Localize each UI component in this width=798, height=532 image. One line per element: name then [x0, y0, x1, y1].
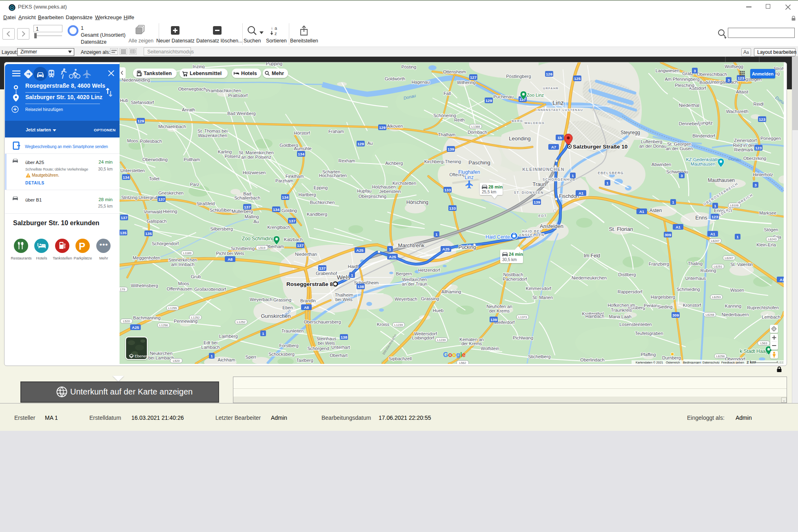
svg-text:Haid Center: Haid Center: [485, 234, 512, 240]
svg-text:Aumühle: Aumühle: [294, 146, 311, 151]
svg-text:25,5 km: 25,5 km: [482, 190, 497, 194]
svg-text:der Krems: der Krems: [461, 341, 482, 346]
svg-text:137: 137: [158, 197, 165, 202]
svg-text:Oberprisching: Oberprisching: [359, 194, 386, 199]
svg-text:Waizenkirchen: Waizenkirchen: [198, 133, 227, 138]
svg-text:L1252: L1252: [191, 316, 200, 319]
svg-text:Zoo Linz: Zoo Linz: [527, 93, 544, 98]
svg-text:Feedback geben: Feedback geben: [721, 361, 744, 364]
svg-text:Weyerbach: Weyerbach: [395, 297, 417, 301]
svg-text:Pollham: Pollham: [184, 157, 200, 162]
svg-text:133: 133: [449, 206, 456, 211]
svg-text:Bachmanning: Bachmanning: [133, 315, 160, 320]
svg-text:123: 123: [759, 117, 765, 122]
svg-text:139: 139: [448, 147, 454, 151]
svg-text:Schörgendorf: Schörgendorf: [152, 241, 179, 246]
svg-text:Alkoven: Alkoven: [387, 124, 403, 129]
svg-text:28 min: 28 min: [488, 184, 503, 189]
svg-text:Grassing: Grassing: [421, 296, 439, 301]
svg-text:Hub: Hub: [120, 98, 128, 103]
svg-text:Altaist: Altaist: [736, 89, 748, 94]
svg-text:137: 137: [319, 266, 326, 270]
svg-text:Jebenstein: Jebenstein: [379, 189, 401, 194]
svg-text:Bergern: Bergern: [396, 271, 412, 276]
svg-text:126: 126: [546, 72, 552, 76]
svg-text:L6243: L6243: [768, 237, 777, 241]
svg-text:Hörstorf: Hörstorf: [294, 131, 310, 135]
svg-text:125: 125: [574, 76, 581, 81]
svg-text:Reith: Reith: [454, 117, 465, 122]
svg-text:1: 1: [211, 354, 213, 358]
svg-text:Hofkirchen im: Hofkirchen im: [607, 303, 635, 308]
svg-text:Obereschlbach: Obereschlbach: [697, 72, 727, 77]
svg-text:Pupping: Pupping: [266, 62, 282, 66]
svg-text:Losensteinleiten: Losensteinleiten: [619, 322, 652, 327]
svg-text:G: G: [443, 351, 448, 358]
svg-text:Au: Au: [253, 219, 259, 224]
svg-text:↓: ↓: [271, 26, 273, 30]
svg-text:134: 134: [282, 195, 289, 200]
svg-text:Buchkirchen: Buchkirchen: [310, 200, 335, 205]
svg-text:Niederthal: Niederthal: [679, 103, 699, 108]
svg-text:Straßfeld: Straßfeld: [197, 201, 215, 206]
svg-text:Klein-Erla: Klein-Erla: [756, 242, 776, 247]
svg-text:Untergrub: Untergrub: [139, 195, 159, 200]
svg-text:L6248: L6248: [706, 313, 714, 317]
svg-text:Wachsreith: Wachsreith: [726, 109, 749, 114]
svg-text:e: e: [462, 351, 466, 358]
svg-text:Ansfelden: Ansfelden: [540, 223, 563, 229]
svg-text:Hainbach: Hainbach: [585, 314, 604, 319]
svg-text:1: 1: [262, 331, 264, 336]
svg-text:Schmieding: Schmieding: [676, 287, 700, 292]
svg-text:bei Wels: bei Wels: [335, 297, 352, 302]
svg-text:L6106: L6106: [730, 204, 739, 207]
svg-text:Pasching: Pasching: [468, 160, 490, 166]
svg-text:Poneggen: Poneggen: [760, 136, 781, 141]
svg-text:Oberwödling: Oberwödling: [142, 157, 168, 162]
svg-text:Oberschauersberg: Oberschauersberg: [304, 319, 341, 324]
svg-text:L6256: L6256: [716, 355, 725, 358]
svg-text:Pöstlingberg: Pöstlingberg: [506, 74, 531, 79]
svg-text:A1: A1: [579, 191, 584, 195]
svg-text:Moos: Moos: [127, 138, 138, 143]
svg-text:Roseggerstraße 8: Roseggerstraße 8: [286, 281, 333, 287]
svg-text:1: 1: [435, 232, 438, 237]
svg-text:L631: L631: [778, 361, 784, 364]
svg-text:Asten: Asten: [649, 208, 662, 213]
svg-text:Anmelden: Anmelden: [752, 71, 774, 76]
svg-text:1: 1: [572, 173, 574, 178]
svg-text:Wilhelmsberg: Wilhelmsberg: [131, 283, 158, 288]
svg-text:KLEINMÜNCHEN: KLEINMÜNCHEN: [522, 167, 565, 172]
svg-text:Niederthan: Niederthan: [295, 252, 317, 257]
svg-text:1: 1: [606, 181, 609, 185]
svg-text:Stögen: Stögen: [764, 227, 778, 232]
svg-text:St. Florian: St. Florian: [609, 226, 633, 232]
svg-text:WALDEGG: WALDEGG: [524, 121, 545, 125]
svg-text:L6253: L6253: [712, 295, 721, 299]
svg-text:139: 139: [534, 200, 540, 204]
svg-text:Au: Au: [367, 141, 372, 146]
svg-text:Flughafen: Flughafen: [458, 169, 480, 175]
svg-text:137: 137: [297, 243, 304, 248]
svg-text:Langwiesen: Langwiesen: [656, 68, 680, 73]
svg-text:Hargelsberg: Hargelsberg: [651, 295, 675, 299]
svg-text:Parzham: Parzham: [275, 178, 293, 183]
svg-text:Wasen: Wasen: [730, 288, 744, 293]
svg-text:129: 129: [137, 119, 144, 123]
svg-text:Krenglbach: Krenglbach: [267, 225, 290, 230]
svg-text:Hupfau: Hupfau: [357, 188, 371, 193]
svg-text:Oberlindach: Oberlindach: [580, 357, 604, 362]
svg-text:Sperr: Sperr: [246, 355, 257, 359]
svg-text:Hochscharten: Hochscharten: [319, 173, 347, 178]
svg-text:Ebenen: Ebenen: [135, 354, 148, 358]
svg-text:Salzburger Straße 10: Salzburger Straße 10: [573, 144, 627, 150]
svg-text:309: 309: [672, 313, 679, 317]
svg-text:Lambach: Lambach: [201, 345, 219, 350]
svg-text:Puchenau: Puchenau: [493, 94, 514, 99]
svg-text:Unterhart: Unterhart: [331, 345, 350, 350]
svg-text:Hörsching: Hörsching: [406, 200, 428, 205]
svg-text:St. Marien: St. Marien: [532, 295, 553, 300]
svg-text:Gölding: Gölding: [282, 208, 297, 213]
svg-text:Thalham: Thalham: [438, 132, 456, 137]
svg-text:129: 129: [485, 98, 492, 103]
